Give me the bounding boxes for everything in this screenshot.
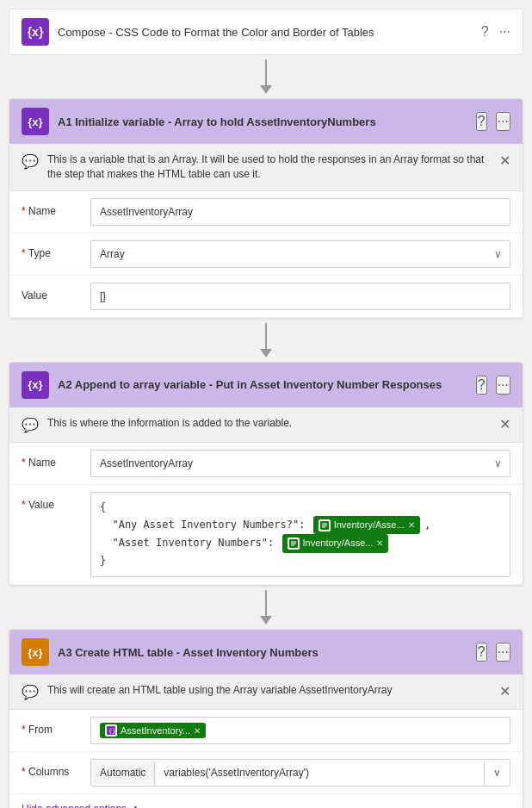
a3-columns-chevron[interactable]: ∨ — [484, 761, 510, 784]
a2-help-button[interactable]: ? — [476, 376, 487, 395]
a1-header: {x} A1 Initialize variable - Array to ho… — [9, 99, 523, 144]
a1-icon: {x} — [22, 108, 49, 135]
a1-type-row: * Type Array Boolean Float Integer Objec… — [9, 233, 523, 276]
a3-more-button[interactable]: ··· — [496, 643, 510, 662]
a1-name-label: * Name — [22, 198, 90, 217]
a2-value-label: * Value — [22, 492, 90, 511]
a3-header: {x} A3 Create HTML table - Asset Invento… — [9, 630, 523, 674]
a3-columns-field: Automatic variables('AssetInventoryArray… — [90, 759, 510, 786]
a1-title: A1 Initialize variable - Array to hold A… — [58, 115, 467, 128]
a1-info-icon: 💬 — [22, 153, 39, 170]
a3-columns-value: variables('AssetInventoryArray') — [155, 761, 484, 784]
arrow-connector-2 — [260, 319, 272, 362]
compose-help-button[interactable]: ? — [481, 24, 489, 40]
a2-name-label: * Name — [22, 450, 90, 469]
a3-advanced-label: Hide advanced options — [22, 803, 127, 808]
compose-header: {x} Compose - CSS Code to Format the Col… — [9, 9, 523, 54]
a3-info-text: This will create an HTML table using the… — [47, 683, 491, 698]
a2-info-icon: 💬 — [22, 417, 39, 433]
a1-type-label: * Type — [22, 240, 90, 259]
a2-token-1[interactable]: Inventory/Asse... ✕ — [313, 516, 420, 535]
a1-value-label: Value — [22, 283, 90, 301]
a3-card: {x} A3 Create HTML table - Asset Invento… — [9, 629, 523, 808]
a2-value-row: * Value { "Any Asset Inventory Numbers?"… — [9, 485, 523, 586]
a1-info-close[interactable]: ✕ — [499, 152, 510, 169]
a3-from-row: * From {} AssetInventory... ✕ — [9, 710, 523, 752]
a3-advanced-chevron: ∧ — [132, 803, 139, 808]
a1-name-row: * Name — [9, 191, 523, 233]
a3-columns-row: * Columns Automatic variables('AssetInve… — [9, 752, 523, 794]
flow-container: {x} Compose - CSS Code to Format the Col… — [0, 0, 532, 808]
a3-from-label: * From — [22, 717, 90, 736]
a2-header: {x} A2 Append to array variable - Put in… — [9, 363, 523, 407]
a1-info-banner: 💬 This is a variable that is an Array. I… — [9, 144, 523, 191]
compose-title: Compose - CSS Code to Format the Color a… — [58, 26, 473, 39]
a2-card: {x} A2 Append to array variable - Put in… — [9, 362, 523, 587]
a1-type-select[interactable]: Array Boolean Float Integer Object Strin… — [90, 240, 510, 268]
a2-value-editor[interactable]: { "Any Asset Inventory Numbers?": Invent… — [90, 492, 510, 578]
a2-body: 💬 This is where the information is added… — [9, 407, 523, 586]
a1-type-select-wrapper: Array Boolean Float Integer Object Strin… — [90, 240, 510, 268]
a1-info-text: This is a variable that is an Array. It … — [47, 152, 491, 182]
a3-body: 💬 This will create an HTML table using t… — [9, 674, 523, 808]
arrow-connector-3 — [260, 586, 272, 629]
a1-card: {x} A1 Initialize variable - Array to ho… — [9, 98, 523, 319]
a3-advanced-toggle[interactable]: Hide advanced options ∧ — [9, 794, 523, 808]
a1-value-row: Value — [9, 276, 523, 318]
a3-title: A3 Create HTML table - Asset Inventory N… — [58, 646, 467, 659]
a2-name-select[interactable]: AssetInventoryArray — [90, 450, 510, 477]
a1-help-button[interactable]: ? — [476, 112, 487, 131]
a3-from-token[interactable]: {} AssetInventory... ✕ — [100, 723, 206, 738]
a1-body: 💬 This is a variable that is an Array. I… — [9, 144, 523, 318]
a3-info-banner: 💬 This will create an HTML table using t… — [9, 674, 523, 710]
a2-info-text: This is where the information is added t… — [47, 416, 491, 431]
a2-more-button[interactable]: ··· — [496, 376, 510, 395]
a2-token-2[interactable]: Inventory/Asse... ✕ — [282, 534, 389, 553]
a3-info-icon: 💬 — [22, 684, 39, 700]
svg-text:{}: {} — [108, 728, 115, 735]
a3-info-close[interactable]: ✕ — [499, 683, 510, 699]
a2-icon: {x} — [22, 371, 49, 399]
a1-more-button[interactable]: ··· — [496, 112, 510, 131]
a2-name-row: * Name AssetInventoryArray ∨ — [9, 443, 523, 485]
compose-icon: {x} — [22, 18, 49, 46]
a3-icon: {x} — [22, 638, 49, 666]
a3-columns-static: Automatic — [91, 761, 155, 784]
a3-columns-label: * Columns — [22, 759, 90, 778]
a2-info-banner: 💬 This is where the information is added… — [9, 407, 523, 443]
a2-info-close[interactable]: ✕ — [499, 416, 510, 432]
compose-card: {x} Compose - CSS Code to Format the Col… — [9, 9, 523, 55]
arrow-connector-1 — [260, 55, 272, 98]
a1-name-input[interactable] — [90, 198, 510, 226]
a2-title: A2 Append to array variable - Put in Ass… — [58, 378, 467, 391]
a2-name-select-wrapper: AssetInventoryArray ∨ — [90, 450, 510, 477]
compose-actions: ? ··· — [481, 24, 510, 40]
a3-from-field[interactable]: {} AssetInventory... ✕ — [90, 717, 510, 744]
compose-more-button[interactable]: ··· — [499, 24, 510, 40]
a1-value-input[interactable] — [90, 283, 510, 310]
a3-help-button[interactable]: ? — [476, 643, 487, 662]
